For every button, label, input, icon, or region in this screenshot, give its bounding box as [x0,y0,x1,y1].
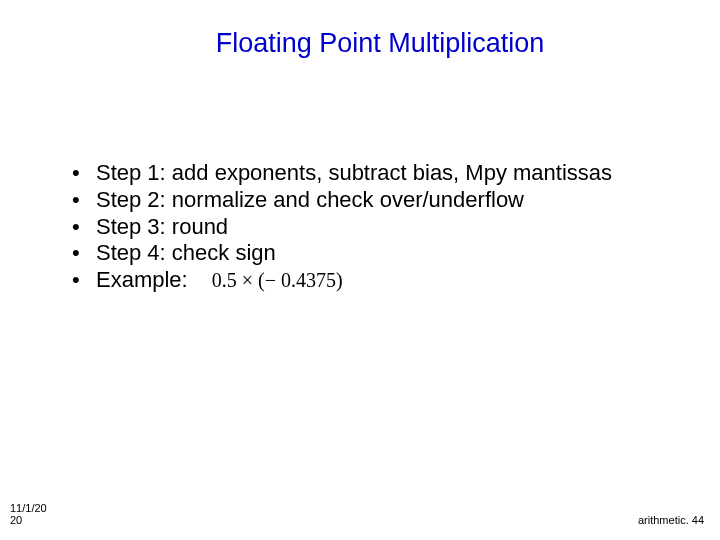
bullet-item: Example: 0.5 × (− 0.4375) [66,267,666,294]
slide: Floating Point Multiplication Step 1: ad… [0,0,720,540]
footer-date-line2: 20 [10,514,22,526]
bullet-text: Step 4: check sign [96,240,276,265]
bullet-text: Example: [96,267,188,292]
bullet-text: Step 1: add exponents, subtract bias, Mp… [96,160,612,185]
bullet-item: Step 3: round [66,214,666,241]
footer-date: 11/1/20 20 [10,502,70,526]
slide-title: Floating Point Multiplication [0,28,720,59]
bullet-text: Step 2: normalize and check over/underfl… [96,187,524,212]
example-formula: 0.5 × (− 0.4375) [212,268,343,292]
bullet-text: Step 3: round [96,214,228,239]
slide-body: Step 1: add exponents, subtract bias, Mp… [66,160,666,294]
bullet-item: Step 4: check sign [66,240,666,267]
footer-page: arithmetic. 44 [638,514,704,526]
bullet-list: Step 1: add exponents, subtract bias, Mp… [66,160,666,294]
footer-date-line1: 11/1/20 [10,502,47,514]
bullet-item: Step 2: normalize and check over/underfl… [66,187,666,214]
bullet-item: Step 1: add exponents, subtract bias, Mp… [66,160,666,187]
